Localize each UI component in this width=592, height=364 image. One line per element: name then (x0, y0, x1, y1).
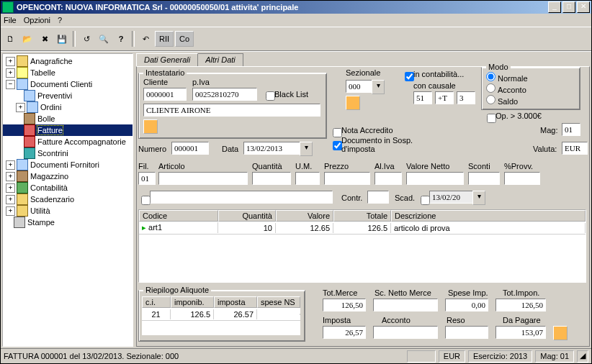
tb-save[interactable]: 💾 (54, 31, 70, 47)
val-reso[interactable] (445, 326, 488, 339)
val-imposta[interactable] (323, 326, 366, 339)
label-scad: Scad. (395, 194, 415, 202)
input-causale-2[interactable] (435, 91, 454, 104)
menu-opzioni[interactable]: Opzioni (24, 16, 50, 24)
tree-contabilita[interactable]: +Contabilità (3, 182, 133, 194)
val-tot-impon[interactable] (495, 299, 546, 311)
btn-data-drop[interactable]: ▾ (300, 142, 313, 156)
tb-search[interactable]: 🔍 (96, 31, 112, 47)
input-causale-3[interactable] (457, 91, 475, 104)
val-spese-imp[interactable] (445, 299, 488, 311)
input-um[interactable] (295, 172, 320, 185)
tb-undo[interactable]: ↶ (138, 31, 153, 47)
radio-acconto[interactable] (486, 83, 495, 93)
input-valore-netto[interactable] (406, 172, 464, 185)
group-aliquote: Riepilogo Aliquote c.i. imponib. imposta… (138, 290, 305, 342)
input-numero[interactable] (171, 142, 209, 155)
lines-grid[interactable]: Codice Quantità Valore Totale Descrizion… (138, 209, 586, 283)
btn-sezionale-lookup[interactable] (346, 96, 360, 110)
val-sc-netto[interactable] (373, 299, 438, 311)
btn-lookup-cliente[interactable] (143, 119, 158, 134)
btn-totali-detail[interactable] (553, 326, 568, 340)
gh-valore[interactable]: Valore (276, 210, 333, 222)
tb-delete[interactable]: ✖ (37, 31, 53, 47)
val-da-pagare[interactable] (495, 326, 546, 339)
input-descr[interactable] (150, 191, 333, 204)
input-articolo[interactable] (158, 172, 248, 185)
gh-descrizione[interactable]: Descrizione (391, 210, 586, 222)
tb-co[interactable]: Co (175, 31, 194, 47)
tree-bolle[interactable]: Bolle (3, 113, 133, 124)
hdr-sconti: Sconti (468, 162, 490, 170)
label-nota-accredito: Nota Accredito (341, 126, 393, 135)
nav-tree[interactable]: +Anagrafiche +Tabelle −Documenti Clienti… (2, 53, 133, 347)
tree-documenti-fornitori[interactable]: +Documenti Fornitori (3, 159, 133, 170)
input-fil[interactable] (138, 172, 156, 185)
tree-documenti-clienti[interactable]: −Documenti Clienti (3, 78, 133, 90)
gh-imponib[interactable]: imponib. (171, 296, 214, 308)
tree-ordini[interactable]: +Ordini (3, 101, 133, 113)
input-sezionale[interactable] (346, 80, 372, 93)
radio-normale[interactable] (486, 72, 495, 81)
tree-fatture[interactable]: Fatture (3, 124, 133, 136)
val-tot-merce[interactable] (323, 299, 366, 311)
maximize-button[interactable]: □ (562, 1, 575, 13)
label-cliente: Cliente (143, 78, 168, 86)
label-numero: Numero (138, 145, 166, 153)
input-causale-1[interactable] (413, 91, 432, 104)
tb-help[interactable]: ? (113, 31, 129, 47)
menu-file[interactable]: File (4, 16, 17, 24)
gh-spese[interactable]: spese NS (257, 296, 300, 308)
gh-imposta-a[interactable]: imposta (214, 296, 257, 308)
input-contr[interactable] (367, 191, 389, 204)
input-quantita[interactable] (252, 172, 291, 185)
input-mag[interactable] (562, 123, 580, 136)
input-prezzo[interactable] (324, 172, 370, 185)
gh-quantita[interactable]: Quantità (218, 210, 276, 222)
input-aliva[interactable] (375, 172, 402, 185)
tree-utilita[interactable]: +Utilità (3, 205, 133, 217)
hdr-aliva: Al.Iva (375, 162, 395, 170)
tree-anagrafiche[interactable]: +Anagrafiche (3, 55, 133, 67)
minimize-button[interactable]: _ (548, 1, 561, 13)
label-sezionale: Sezionale (346, 68, 380, 77)
menu-help[interactable]: ? (58, 16, 62, 24)
tb-refresh[interactable]: ↺ (79, 31, 94, 47)
tree-magazzino[interactable]: +Magazzino (3, 170, 133, 182)
input-provv[interactable] (504, 172, 540, 185)
gh-ci[interactable]: c.i. (142, 296, 171, 308)
input-sconti[interactable] (468, 172, 500, 185)
input-nome-cliente[interactable] (143, 104, 320, 117)
tree-preventivi[interactable]: Preventivi (3, 90, 133, 101)
tab-dati-generali[interactable]: Dati Generali (136, 53, 198, 66)
input-piva[interactable] (192, 88, 257, 101)
close-button[interactable]: ✕ (577, 1, 590, 13)
btn-sezionale-drop[interactable]: ▾ (372, 80, 385, 94)
radio-saldo[interactable] (486, 95, 495, 104)
input-data[interactable] (243, 142, 300, 155)
grid-row[interactable]: ▸ art1 10 12.65 126.5 articolo di prova (139, 222, 586, 235)
tb-rii[interactable]: RII (155, 31, 174, 47)
aliquote-row[interactable]: 21 126.5 26.57 (142, 308, 300, 321)
btn-scad-drop[interactable]: ▾ (472, 191, 485, 205)
group-modo: Modo Normale Acconto Saldo (481, 67, 580, 110)
val-acconto[interactable] (373, 326, 438, 339)
tab-altri-dati[interactable]: Altri Dati (197, 53, 243, 66)
tb-new[interactable]: 🗋 (2, 31, 18, 47)
label-imposta: Imposta (323, 316, 351, 324)
input-valuta[interactable] (562, 142, 588, 155)
tree-fatture-accomp[interactable]: Fatture Accompagnatorie (3, 136, 133, 147)
tb-open[interactable]: 📂 (19, 31, 35, 47)
input-scad[interactable] (429, 191, 472, 204)
tree-scontrini[interactable]: Scontrini (3, 147, 133, 159)
status-eur: EUR (439, 350, 465, 363)
tree-scadenzario[interactable]: +Scadenzario (3, 194, 133, 205)
input-cliente[interactable] (143, 88, 187, 101)
hdr-um: U.M. (295, 162, 312, 170)
tree-stampe[interactable]: Stampe (3, 217, 133, 228)
hdr-quantita: Quantità (252, 162, 282, 170)
tree-tabelle[interactable]: +Tabelle (3, 67, 133, 78)
label-reso: Reso (447, 316, 465, 324)
gh-totale[interactable]: Totale (333, 210, 391, 222)
gh-codice[interactable]: Codice (139, 210, 218, 222)
